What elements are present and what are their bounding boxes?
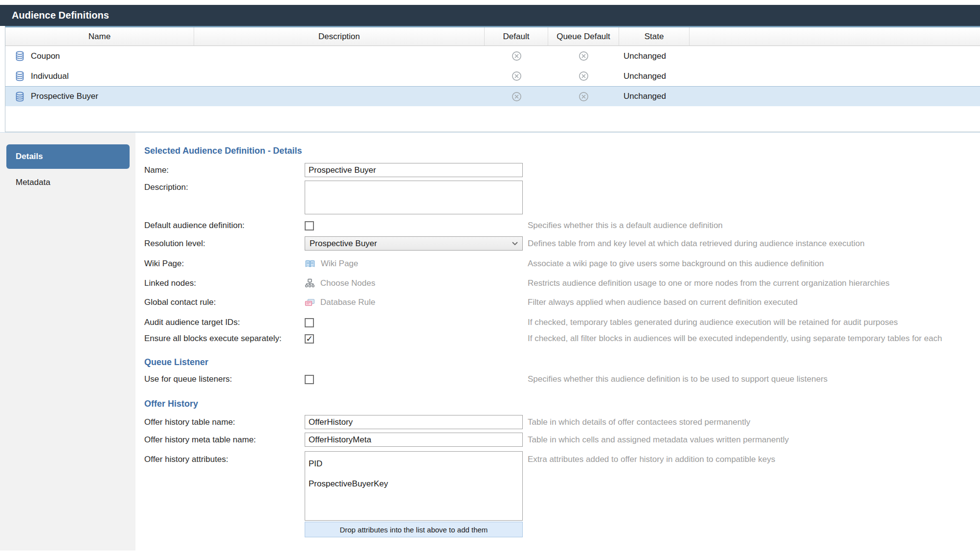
chevron-down-icon (512, 242, 518, 246)
oh-meta-input[interactable] (305, 433, 523, 447)
state-value: Unchanged (619, 51, 690, 61)
circled-x-icon[interactable] (511, 91, 522, 102)
state-value: Unchanged (619, 71, 690, 81)
description-label: Description: (144, 181, 305, 192)
circled-x-icon[interactable] (511, 70, 522, 82)
circled-x-icon[interactable] (578, 50, 589, 62)
table-header-row: Name Description Default Queue Default S… (5, 27, 980, 46)
description-input[interactable] (305, 181, 523, 214)
circled-x-icon[interactable] (578, 70, 589, 82)
row-name-cell: Coupon (5, 51, 194, 61)
audit-ids-label: Audit audience target IDs: (144, 318, 305, 327)
name-label: Name: (144, 165, 305, 175)
column-header-default[interactable]: Default (485, 27, 548, 46)
audience-name: Coupon (31, 51, 60, 61)
database-rule-link-label: Database Rule (320, 298, 375, 307)
hierarchy-icon (305, 278, 315, 288)
table-row-selected[interactable]: Prospective Buyer Unchanged (5, 86, 980, 106)
ensure-blocks-checkbox[interactable] (305, 334, 314, 344)
queue-default-toggle-cell (548, 91, 619, 102)
use-queue-help: Specifies whether this audience definiti… (523, 374, 980, 384)
default-toggle-cell (485, 91, 548, 102)
resolution-level-help: Defines table from and key level at whic… (523, 239, 980, 249)
database-icon (15, 92, 24, 102)
circled-x-icon[interactable] (578, 91, 589, 102)
tab-details[interactable]: Details (6, 144, 130, 169)
oh-attrs-list[interactable]: PID ProspectiveBuyerKey (305, 451, 523, 521)
wiki-page-label: Wiki Page: (144, 259, 305, 269)
default-audience-help: Specifies whether this is a default audi… (523, 221, 980, 230)
choose-nodes-link-label: Choose Nodes (320, 278, 375, 288)
offer-history-heading: Offer History (144, 399, 980, 409)
details-sidebar: Details Metadata (0, 133, 135, 551)
wiki-book-icon (305, 260, 315, 268)
queue-listener-heading: Queue Listener (144, 357, 980, 368)
oh-table-input[interactable] (305, 415, 523, 429)
name-input[interactable] (305, 163, 523, 177)
rule-cards-icon (305, 299, 315, 307)
database-icon (15, 71, 24, 81)
ensure-blocks-help: If checked, all filter blocks in audienc… (523, 334, 980, 344)
use-queue-label: Use for queue listeners: (144, 374, 305, 384)
queue-default-toggle-cell (548, 70, 619, 82)
default-audience-label: Default audience definition: (144, 221, 305, 230)
page-title: Audience Definitions (0, 5, 980, 26)
oh-table-label: Offer history table name: (144, 417, 305, 427)
oh-table-help: Table in which details of offer contacte… (523, 417, 980, 427)
table-row[interactable]: Coupon Unchanged (5, 46, 980, 66)
row-name-cell: Prospective Buyer (5, 92, 194, 102)
column-header-name[interactable]: Name (5, 27, 194, 46)
attrs-dropzone[interactable]: Drop attributes into the list above to a… (305, 522, 523, 537)
audit-ids-checkbox[interactable] (305, 318, 314, 327)
linked-nodes-label: Linked nodes: (144, 278, 305, 288)
database-rule-link[interactable]: Database Rule (305, 298, 523, 307)
audit-ids-help: If checked, temporary tables generated d… (523, 318, 980, 327)
queue-default-toggle-cell (548, 50, 619, 62)
global-contact-rule-label: Global contact rule: (144, 298, 305, 307)
table-row[interactable]: Indivudual Unchanged (5, 66, 980, 86)
tab-metadata[interactable]: Metadata (0, 178, 135, 187)
use-queue-checkbox[interactable] (305, 375, 314, 384)
top-margin (0, 0, 980, 5)
oh-meta-help: Table in which cells and assigned metada… (523, 435, 980, 445)
choose-nodes-link[interactable]: Choose Nodes (305, 278, 523, 288)
wiki-page-help: Associate a wiki page to give users some… (523, 259, 980, 269)
state-value: Unchanged (619, 92, 690, 101)
audience-name: Prospective Buyer (31, 92, 98, 101)
default-toggle-cell (485, 70, 548, 82)
column-header-filler (690, 27, 980, 46)
column-header-description[interactable]: Description (194, 27, 485, 46)
resolution-level-label: Resolution level: (144, 239, 305, 249)
attr-list-item[interactable]: PID (305, 455, 522, 475)
attr-list-item[interactable]: ProspectiveBuyerKey (305, 475, 522, 495)
column-header-queue-default[interactable]: Queue Default (548, 27, 619, 46)
wiki-page-link-label: Wiki Page (321, 259, 358, 269)
oh-attrs-label: Offer history attributes: (144, 451, 305, 464)
panel-heading: Selected Audience Definition - Details (144, 146, 980, 156)
circled-x-icon[interactable] (511, 50, 522, 62)
resolution-level-select[interactable]: Prospective Buyer (305, 236, 523, 251)
oh-meta-label: Offer history meta table name: (144, 435, 305, 445)
row-name-cell: Indivudual (5, 71, 194, 81)
default-toggle-cell (485, 50, 548, 62)
linked-nodes-help: Restricts audience definition usage to o… (523, 278, 980, 288)
resolution-level-value: Prospective Buyer (310, 239, 377, 249)
details-panel: Selected Audience Definition - Details N… (135, 133, 980, 551)
audience-table: Name Description Default Queue Default S… (5, 26, 980, 132)
wiki-page-link[interactable]: Wiki Page (305, 259, 523, 269)
oh-attrs-help: Extra attributes added to offer history … (523, 451, 980, 464)
default-audience-checkbox[interactable] (305, 221, 314, 230)
global-contact-rule-help: Filter always applied when audience base… (523, 298, 980, 307)
column-header-state[interactable]: State (619, 27, 690, 46)
ensure-blocks-label: Ensure all blocks execute separately: (144, 334, 305, 344)
audience-name: Indivudual (31, 71, 69, 81)
database-icon (15, 51, 24, 61)
